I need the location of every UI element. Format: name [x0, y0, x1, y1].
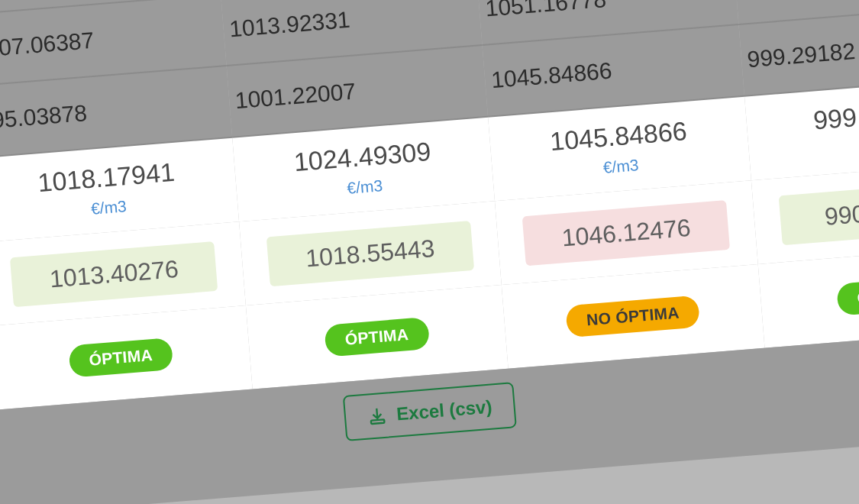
export-excel-label: Excel (csv) — [396, 396, 492, 425]
svg-rect-0 — [371, 419, 385, 424]
download-icon — [367, 405, 388, 427]
status-pill-optima: ÓPTIMA — [324, 317, 429, 357]
validada-value: 990.72429 — [778, 179, 859, 245]
validada-value: 1046.12476 — [522, 200, 730, 266]
validada-value: 1018.55443 — [266, 221, 474, 286]
status-pill-no-optima: NO ÓPTIMA — [566, 295, 701, 338]
status-pill-optima: ÓPTIMA — [836, 276, 859, 316]
price-table: 1014.19733 1020.62356 1051.81565 986.977… — [0, 0, 859, 504]
export-excel-button[interactable]: Excel (csv) — [343, 382, 517, 441]
validada-value: 1013.40276 — [10, 241, 218, 307]
status-pill-optima: ÓPTIMA — [68, 338, 173, 378]
media-value: 999.29182 — [751, 92, 859, 141]
